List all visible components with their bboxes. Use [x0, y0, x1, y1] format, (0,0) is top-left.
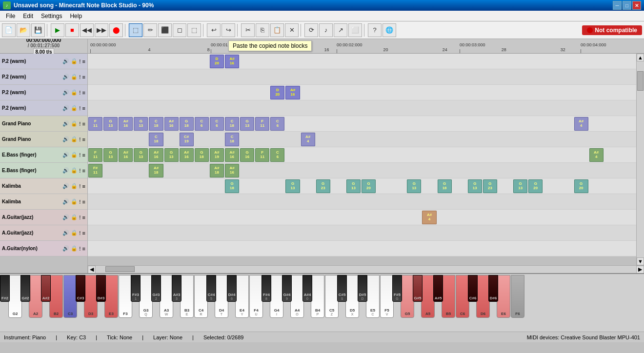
note-block[interactable]: C#19: [180, 133, 194, 146]
track-volume-2[interactable]: 🔊: [62, 89, 69, 96]
piano-key-E6[interactable]: E6: [497, 275, 510, 318]
track-solo-4[interactable]: !: [79, 121, 81, 127]
fast-forward-button[interactable]: ▶▶: [95, 23, 108, 37]
piano-key-B3[interactable]: B3E: [180, 275, 194, 318]
track-row-10[interactable]: [88, 210, 636, 225]
track-solo-3[interactable]: !: [79, 105, 81, 111]
piano-key-D5[interactable]: D5X: [345, 275, 359, 318]
note-block[interactable]: G23: [483, 179, 497, 193]
note-block[interactable]: G13: [468, 179, 482, 193]
track-lock-4[interactable]: 🔒: [71, 120, 78, 127]
track-solo-0[interactable]: !: [79, 59, 81, 64]
note-block[interactable]: G20: [362, 179, 376, 193]
web-button[interactable]: 🌐: [382, 23, 396, 37]
note-block[interactable]: C18: [225, 117, 239, 131]
note-block[interactable]: G13: [103, 117, 118, 131]
minimize-button[interactable]: ─: [613, 1, 622, 10]
track-lock-11[interactable]: 🔒: [71, 230, 78, 236]
track-volume-5[interactable]: 🔊: [62, 136, 69, 142]
track-expand-7[interactable]: ≡: [82, 168, 85, 174]
note-block[interactable]: F11: [88, 148, 102, 162]
hscroll-thumb[interactable]: [105, 266, 135, 272]
titlebar-controls[interactable]: ─ □ ✕: [613, 1, 641, 10]
piano-key-As4[interactable]: A#40: [302, 275, 312, 302]
track-row-7[interactable]: [88, 163, 636, 178]
note-block[interactable]: A#16: [225, 148, 239, 162]
track-volume-11[interactable]: 🔊: [62, 230, 69, 236]
menu-help[interactable]: Help: [66, 12, 86, 20]
note-block[interactable]: A#4: [301, 133, 315, 146]
piano-key-Cs5[interactable]: C#5S: [337, 275, 347, 302]
note-block[interactable]: G13: [164, 148, 179, 162]
menu-settings[interactable]: Settings: [37, 12, 66, 20]
track-solo-10[interactable]: !: [79, 215, 81, 220]
track-row-5[interactable]: [88, 132, 636, 147]
track-row-1[interactable]: [88, 69, 636, 85]
note-block[interactable]: G13: [134, 117, 148, 131]
piano-key-Fs4[interactable]: F#48: [262, 275, 271, 302]
undo-button[interactable]: ↩: [207, 23, 221, 37]
track-lock-3[interactable]: 🔒: [71, 105, 78, 111]
track-lock-10[interactable]: 🔒: [71, 214, 78, 220]
track-volume-0[interactable]: 🔊: [62, 58, 69, 64]
close-button[interactable]: ✕: [632, 1, 641, 10]
piano-button[interactable]: ⬜: [348, 23, 362, 37]
note-block[interactable]: G20: [528, 179, 543, 193]
piano-key-G4[interactable]: G4I: [270, 275, 283, 318]
horizontal-scrollbar[interactable]: ◀ ▶: [88, 265, 644, 273]
note-block[interactable]: G13: [285, 179, 300, 193]
note-block[interactable]: F#11: [88, 164, 102, 177]
maximize-button[interactable]: □: [623, 1, 631, 10]
track-expand-2[interactable]: ≡: [82, 90, 85, 96]
track-row-9[interactable]: [88, 194, 636, 210]
scroll-right[interactable]: ▶: [636, 266, 644, 274]
cut-button[interactable]: ✂: [241, 23, 255, 37]
loop-button[interactable]: ⟳: [304, 23, 318, 37]
note-block[interactable]: D20: [210, 55, 224, 68]
track-solo-5[interactable]: !: [79, 137, 81, 142]
track-lock-6[interactable]: 🔒: [71, 152, 78, 158]
piano-key-A4[interactable]: A4O: [290, 275, 304, 318]
track-lock-8[interactable]: 🔒: [71, 183, 78, 189]
track-expand-10[interactable]: ≡: [82, 215, 85, 220]
piano-key-F5[interactable]: F5V: [380, 275, 394, 318]
scroll-up[interactable]: ▲: [637, 54, 644, 61]
track-solo-1[interactable]: !: [79, 74, 81, 80]
note-block[interactable]: C6: [270, 148, 284, 162]
note-block[interactable]: A#4: [589, 148, 604, 162]
open-button[interactable]: 📂: [17, 23, 30, 37]
redo-button[interactable]: ↪: [221, 23, 235, 37]
note-block[interactable]: G16: [240, 148, 254, 162]
piano-key-Ds5[interactable]: D#5D: [358, 275, 367, 302]
copy-button[interactable]: ⎘: [256, 23, 269, 37]
note-block[interactable]: A#18: [210, 164, 224, 177]
piano-key-Fs2[interactable]: F#2: [0, 275, 10, 302]
note-block[interactable]: A#16: [225, 55, 239, 68]
piano-key-A5[interactable]: A5: [421, 275, 435, 318]
note-block[interactable]: G18: [195, 148, 209, 162]
track-row-2[interactable]: [88, 85, 636, 100]
note-block[interactable]: A#4: [574, 117, 588, 131]
track-volume-4[interactable]: 🔊: [62, 120, 69, 127]
track-volume-8[interactable]: 🔊: [62, 183, 69, 189]
track-expand-12[interactable]: ≡: [82, 246, 85, 252]
menu-file[interactable]: File: [2, 12, 19, 20]
track-expand-4[interactable]: ≡: [82, 121, 85, 127]
track-volume-6[interactable]: 🔊: [62, 152, 69, 158]
track-volume-1[interactable]: 🔊: [62, 74, 69, 80]
piano-key-G3[interactable]: G3Q: [139, 275, 153, 318]
piano-key-As2[interactable]: A#2: [41, 275, 51, 302]
track-solo-6[interactable]: !: [79, 152, 81, 158]
stop-button[interactable]: ■: [65, 23, 79, 37]
piano-key-Gs2[interactable]: G#2: [20, 275, 30, 302]
track-lock-1[interactable]: 🔒: [71, 74, 78, 80]
piano-key-B2[interactable]: B2: [49, 275, 63, 318]
track-row-3[interactable]: [88, 100, 636, 116]
track-volume-3[interactable]: 🔊: [62, 105, 69, 111]
note-block[interactable]: A#4: [422, 211, 436, 224]
piano-key-F3[interactable]: F3: [119, 275, 132, 318]
piano-key-G5[interactable]: G5: [401, 275, 414, 318]
piano-key-Fs3[interactable]: F#31: [131, 275, 141, 302]
piano-key-Ds6[interactable]: D#6: [488, 275, 498, 302]
note-block[interactable]: A#16: [285, 86, 300, 99]
